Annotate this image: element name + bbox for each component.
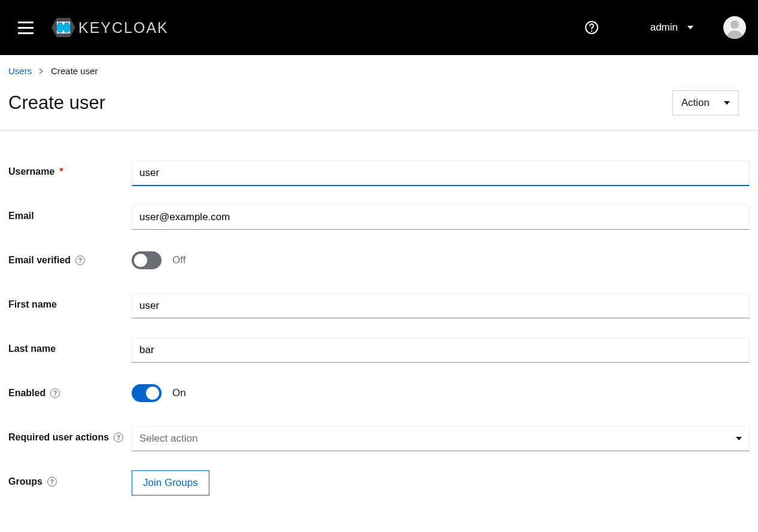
logo-text: KEYCLOAK — [78, 19, 169, 37]
form-row-email: Email — [8, 205, 750, 231]
form-row-email-verified: Email verified ? Off — [8, 249, 750, 275]
required-actions-select[interactable]: Select action — [132, 426, 750, 451]
email-verified-state: Off — [172, 254, 185, 266]
chevron-right-icon — [39, 68, 44, 74]
avatar[interactable] — [723, 16, 746, 39]
help-hint-icon[interactable]: ? — [75, 256, 85, 265]
action-label: Action — [681, 97, 710, 109]
label-email: Email — [8, 205, 132, 221]
avatar-icon — [723, 16, 746, 39]
last-name-input[interactable] — [132, 338, 750, 363]
username-input[interactable] — [132, 160, 750, 186]
caret-down-icon — [687, 26, 693, 29]
logo[interactable]: KEYCLOAK — [50, 14, 169, 41]
label-last-name: Last name — [8, 338, 132, 354]
label-email-verified: Email verified ? — [8, 249, 132, 266]
user-label: admin — [650, 22, 678, 34]
label-required-actions: Required user actions ? — [8, 426, 132, 443]
form-row-groups: Groups ? Join Groups — [8, 470, 750, 497]
page-title: Create user — [8, 92, 105, 114]
required-indicator: * — [59, 166, 63, 177]
user-dropdown[interactable]: admin — [650, 22, 693, 34]
create-user-form: Username * Email Email verified ? Off — [0, 130, 758, 523]
hamburger-menu[interactable] — [12, 16, 39, 40]
breadcrumb-link-users[interactable]: Users — [8, 66, 32, 76]
help-hint-icon[interactable]: ? — [114, 433, 123, 442]
action-dropdown[interactable]: Action — [672, 90, 739, 115]
label-groups: Groups ? — [8, 470, 132, 487]
help-icon[interactable] — [585, 20, 599, 35]
form-row-username: Username * — [8, 160, 750, 187]
join-groups-button[interactable]: Join Groups — [132, 470, 209, 495]
select-placeholder: Select action — [139, 433, 197, 445]
help-hint-icon[interactable]: ? — [47, 477, 57, 487]
enabled-toggle[interactable] — [132, 384, 162, 402]
email-verified-toggle[interactable] — [132, 251, 162, 269]
caret-down-icon — [736, 437, 742, 440]
first-name-input[interactable] — [132, 293, 750, 318]
label-first-name: First name — [8, 293, 132, 310]
keycloak-logo-icon — [50, 14, 77, 41]
svg-point-5 — [590, 31, 592, 32]
email-input[interactable] — [132, 205, 750, 230]
title-row: Create user Action — [0, 87, 758, 130]
caret-down-icon — [724, 101, 730, 105]
form-row-required-actions: Required user actions ? Select action — [8, 426, 750, 452]
breadcrumb: Users Create user — [0, 55, 758, 87]
form-row-enabled: Enabled ? On — [8, 382, 750, 408]
form-row-first-name: First name — [8, 293, 750, 320]
enabled-state: On — [172, 387, 186, 399]
form-row-last-name: Last name — [8, 338, 750, 364]
breadcrumb-current: Create user — [51, 66, 98, 76]
label-username: Username * — [8, 160, 132, 177]
svg-point-6 — [730, 20, 739, 29]
label-enabled: Enabled ? — [8, 382, 132, 399]
top-header: KEYCLOAK admin — [0, 0, 758, 55]
help-hint-icon[interactable]: ? — [50, 388, 60, 398]
